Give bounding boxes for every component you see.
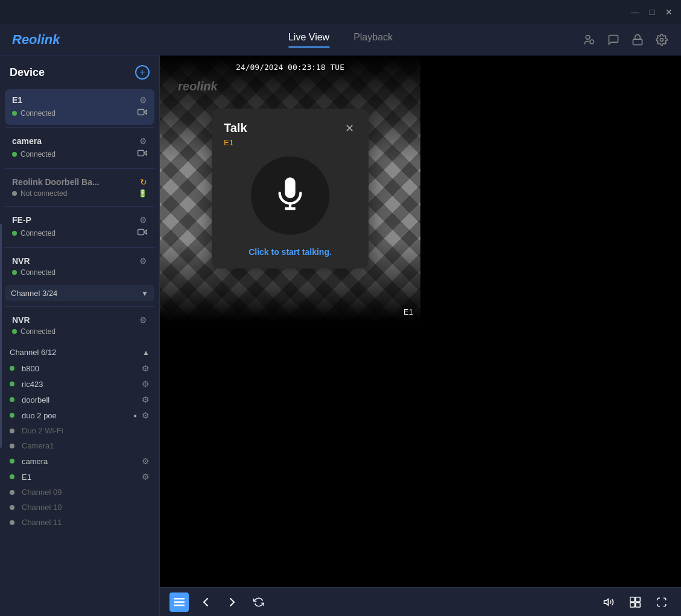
divider-4 xyxy=(5,247,154,248)
device-gear-e1[interactable]: ⚙ xyxy=(139,95,147,105)
svg-marker-13 xyxy=(604,599,609,605)
tab-playback[interactable]: Playback xyxy=(353,32,393,48)
channel-item-camera-ch[interactable]: camera ⚙ xyxy=(5,453,154,469)
channel-list-header-nvr2[interactable]: Channel 6/12 ▲ xyxy=(5,344,154,360)
channel-item-e1-ch[interactable]: E1 ⚙ xyxy=(5,469,154,485)
channel-item-b800[interactable]: b800 ⚙ xyxy=(5,360,154,376)
header: Reolink Live View Playback xyxy=(0,24,681,55)
status-dot-ch10 xyxy=(10,505,14,510)
channel-item-duo2wifi[interactable]: Duo 2 Wi-Fi xyxy=(5,423,154,438)
gear-b800[interactable]: ⚙ xyxy=(142,363,150,373)
channel-item-ch11[interactable]: Channel 11 xyxy=(5,515,154,530)
status-dot-camera xyxy=(12,152,17,157)
add-device-button[interactable]: + xyxy=(135,65,150,80)
fullscreen-icon xyxy=(656,597,667,608)
svg-rect-15 xyxy=(636,597,641,602)
sidebar-scroll-indicator xyxy=(0,224,2,448)
doorbell-sync-icon: ↻ xyxy=(140,177,147,187)
device-name-e1: E1 xyxy=(12,95,22,105)
talk-dialog-header: Talk ✕ xyxy=(224,121,356,135)
device-gear-fe-p[interactable]: ⚙ xyxy=(139,215,147,225)
channel-dropdown-nvr1[interactable]: Channel 3/24 ▼ xyxy=(5,285,154,301)
camera-icon-camera xyxy=(138,148,147,160)
channel-item-ch09[interactable]: Channel 09 xyxy=(5,485,154,500)
device-name-doorbell: Reolink Doorbell Ba... xyxy=(12,177,100,187)
channel-item-camera1[interactable]: Camera1 xyxy=(5,438,154,453)
lock-icon[interactable] xyxy=(630,33,645,47)
microphone-icon xyxy=(274,177,306,214)
duo2poe-extra-icon: ● xyxy=(133,412,137,419)
prev-button[interactable] xyxy=(196,592,215,612)
tab-live-view[interactable]: Live View xyxy=(288,32,329,48)
talk-close-button[interactable]: ✕ xyxy=(342,121,356,135)
status-dot-b800 xyxy=(10,366,14,371)
device-name-nvr1: NVR xyxy=(12,256,30,266)
device-item-fe-p[interactable]: FE-P ⚙ Connected xyxy=(5,209,154,245)
fullscreen-button[interactable] xyxy=(652,592,671,612)
device-name-fe-p: FE-P xyxy=(12,215,31,225)
faces-icon[interactable] xyxy=(582,33,597,47)
divider-2 xyxy=(5,168,154,169)
sidebar-title: Device xyxy=(10,66,45,79)
channel-chevron-nvr1: ▼ xyxy=(141,289,148,298)
gear-camera-ch[interactable]: ⚙ xyxy=(142,456,150,466)
svg-rect-14 xyxy=(630,597,635,602)
channel-name-rlc423: rlc423 xyxy=(22,380,43,389)
status-dot-duo2poe xyxy=(10,413,14,418)
device-item-camera[interactable]: camera ⚙ Connected xyxy=(5,130,154,166)
channel-item-ch10[interactable]: Channel 10 xyxy=(5,500,154,515)
settings-icon[interactable] xyxy=(654,33,669,47)
divider-1 xyxy=(5,127,154,128)
close-button[interactable]: ✕ xyxy=(664,7,674,17)
status-dot-camera1 xyxy=(10,444,14,448)
gear-duo2poe[interactable]: ⚙ xyxy=(142,410,150,420)
video-timestamp: 24/09/2024 00:23:18 TUE xyxy=(236,63,344,72)
svg-rect-6 xyxy=(138,229,144,234)
status-dot-e1 xyxy=(12,111,17,116)
device-name-nvr2: NVR xyxy=(12,315,30,325)
next-button[interactable] xyxy=(223,592,242,612)
gear-doorbell-ch[interactable]: ⚙ xyxy=(142,395,150,404)
main-layout: Device + E1 ⚙ Connected xyxy=(0,55,681,616)
device-gear-nvr1[interactable]: ⚙ xyxy=(139,256,147,266)
talk-dialog: Talk ✕ E1 Click to start xyxy=(212,108,369,268)
gear-rlc423[interactable]: ⚙ xyxy=(142,379,150,389)
video-cell-top-right xyxy=(420,55,681,321)
channel-name-ch11: Channel 11 xyxy=(22,518,62,527)
device-item-e1[interactable]: E1 ⚙ Connected xyxy=(5,89,154,125)
svg-point-1 xyxy=(590,40,594,44)
content-area: 24/09/2024 00:23:18 TUE reolink E1 Talk … xyxy=(160,55,681,616)
channel-name-e1-ch: E1 xyxy=(22,473,31,482)
video-cell-main: 24/09/2024 00:23:18 TUE reolink E1 Talk … xyxy=(160,55,420,321)
status-dot-doorbell-ch xyxy=(10,397,14,402)
volume-button[interactable] xyxy=(599,592,618,612)
chat-icon[interactable] xyxy=(606,33,621,47)
layout-button[interactable] xyxy=(626,592,645,612)
device-item-nvr1[interactable]: NVR ⚙ Connected xyxy=(5,250,154,283)
list-view-button[interactable] xyxy=(169,592,189,612)
channel-item-duo2poe[interactable]: duo 2 poe ● ⚙ xyxy=(5,407,154,423)
maximize-button[interactable]: □ xyxy=(647,7,657,17)
video-watermark: reolink xyxy=(178,80,218,93)
svg-point-0 xyxy=(586,35,590,39)
status-text-e1: Connected xyxy=(21,109,55,118)
channel-chevron-up-nvr2: ▲ xyxy=(142,348,150,357)
device-item-nvr2[interactable]: NVR ⚙ Connected xyxy=(5,309,154,342)
video-grid: 24/09/2024 00:23:18 TUE reolink E1 Talk … xyxy=(160,55,681,587)
volume-icon xyxy=(603,597,615,608)
status-text-fe-p: Connected xyxy=(21,229,55,237)
device-gear-nvr2[interactable]: ⚙ xyxy=(139,315,147,325)
talk-mic-button[interactable] xyxy=(251,156,329,234)
talk-title: Talk xyxy=(224,121,247,135)
device-gear-camera[interactable]: ⚙ xyxy=(139,136,147,146)
device-item-doorbell[interactable]: Reolink Doorbell Ba... ↻ Not connected 🔋 xyxy=(5,171,154,204)
status-dot-nvr2 xyxy=(12,329,17,334)
channel-item-rlc423[interactable]: rlc423 ⚙ xyxy=(5,376,154,392)
sidebar: Device + E1 ⚙ Connected xyxy=(0,55,160,616)
refresh-button[interactable] xyxy=(249,592,268,612)
channel-item-doorbell-ch[interactable]: doorbell ⚙ xyxy=(5,392,154,407)
gear-e1-ch[interactable]: ⚙ xyxy=(142,472,150,482)
svg-rect-5 xyxy=(138,150,144,156)
minimize-button[interactable]: — xyxy=(630,7,640,17)
video-cell-bottom-left xyxy=(160,321,420,587)
